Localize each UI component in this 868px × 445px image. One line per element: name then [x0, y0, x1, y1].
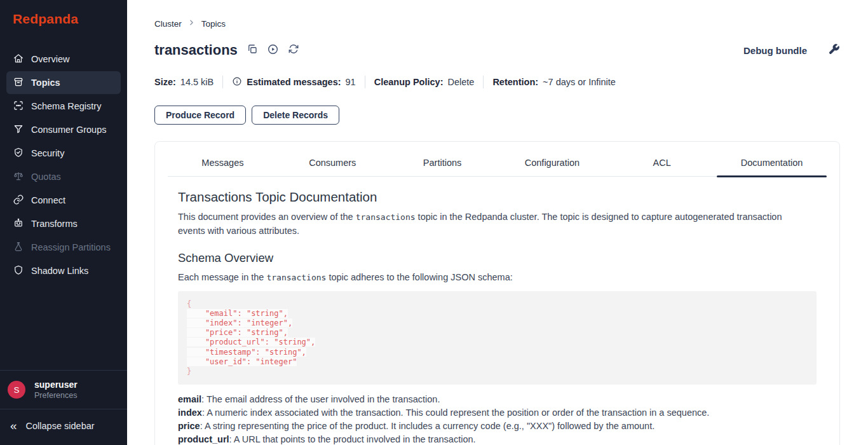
- tab-bar: Messages Consumers Partitions Configurat…: [168, 142, 827, 177]
- topic-detail-card: Messages Consumers Partitions Configurat…: [154, 141, 840, 445]
- sidebar-item-connect[interactable]: Connect: [6, 189, 121, 212]
- sidebar-item-label: Overview: [31, 54, 69, 64]
- collapse-sidebar-label: Collapse sidebar: [26, 421, 95, 431]
- funnel-icon: [13, 123, 24, 137]
- stat-cleanup-policy: Cleanup Policy: Delete: [374, 77, 475, 87]
- schema-intro: Each message in the transactions topic a…: [178, 271, 810, 285]
- collapse-sidebar-button[interactable]: « Collapse sidebar: [0, 409, 127, 445]
- sidebar-item-transforms[interactable]: Transforms: [6, 212, 121, 235]
- refresh-icon[interactable]: [288, 43, 299, 57]
- tab-consumers[interactable]: Consumers: [278, 151, 388, 176]
- field-price: price: A string representing the price o…: [178, 420, 817, 433]
- sidebar-nav: Overview Topics Schema Registry Consumer…: [0, 47, 127, 370]
- sidebar-item-label: Quotas: [31, 172, 61, 182]
- scale-icon: [13, 170, 24, 184]
- wrench-icon[interactable]: [807, 43, 840, 58]
- shield-check-icon: [13, 147, 24, 160]
- field-descriptions: email: The email address of the user inv…: [178, 393, 817, 445]
- sidebar-item-label: Transforms: [31, 219, 78, 229]
- play-circle-icon[interactable]: [267, 43, 279, 58]
- sidebar-item-schema-registry[interactable]: Schema Registry: [6, 95, 121, 118]
- breadcrumb-cluster[interactable]: Cluster: [154, 19, 182, 29]
- divider: [365, 76, 365, 88]
- divider: [222, 76, 223, 88]
- title-bar: transactions Debug bundle: [154, 42, 840, 58]
- page-title: transactions: [154, 42, 238, 58]
- delete-records-button[interactable]: Delete Records: [252, 106, 339, 125]
- inline-code: transactions: [356, 212, 416, 222]
- stat-size: Size: 14.5 kiB: [154, 77, 214, 87]
- field-index: index: A numeric index associated with t…: [178, 406, 817, 420]
- stat-retention: Retention: ~7 days or Infinite: [492, 77, 616, 87]
- sidebar-item-overview[interactable]: Overview: [6, 48, 121, 71]
- double-chevron-left-icon: «: [10, 421, 17, 430]
- tab-partitions[interactable]: Partitions: [388, 151, 498, 176]
- divider: [483, 76, 484, 88]
- copy-icon[interactable]: [247, 43, 258, 57]
- sidebar-item-security[interactable]: Security: [6, 142, 121, 165]
- inline-code: transactions: [266, 273, 326, 282]
- user-menu[interactable]: S superuser Preferences: [0, 370, 127, 409]
- info-icon[interactable]: [232, 76, 242, 88]
- doc-intro: This document provides an overview of th…: [178, 210, 810, 238]
- sidebar-item-label: Consumer Groups: [31, 125, 106, 135]
- user-name: superuser: [34, 380, 78, 390]
- debug-bundle-link[interactable]: Debug bundle: [743, 45, 807, 56]
- flask-icon: [13, 241, 24, 254]
- redpanda-logo: Redpanda: [0, 0, 127, 31]
- schema-overview-heading: Schema Overview: [178, 251, 817, 265]
- sidebar-item-label: Topics: [31, 78, 60, 88]
- stat-estimated-messages: Estimated messages: 91: [232, 76, 355, 88]
- schema-icon: [13, 100, 24, 113]
- shield-icon: [13, 264, 24, 278]
- breadcrumb: Cluster Topics: [154, 18, 226, 29]
- home-icon: [13, 53, 24, 66]
- sidebar-item-consumer-groups[interactable]: Consumer Groups: [6, 118, 121, 141]
- chevron-right-icon: [187, 18, 196, 29]
- avatar: S: [8, 381, 25, 399]
- robot-icon: [13, 217, 24, 231]
- sidebar-item-quotas[interactable]: Quotas: [6, 165, 121, 188]
- action-buttons: Produce Record Delete Records: [154, 106, 339, 125]
- field-email: email: The email address of the user inv…: [178, 393, 817, 406]
- sidebar-item-label: Schema Registry: [31, 101, 101, 111]
- tab-configuration[interactable]: Configuration: [497, 151, 607, 176]
- sidebar-item-shadow-links[interactable]: Shadow Links: [6, 259, 121, 282]
- user-preferences-link[interactable]: Preferences: [34, 391, 78, 400]
- sidebar-item-label: Connect: [31, 195, 65, 205]
- doc-title: Transactions Topic Documentation: [178, 189, 817, 205]
- produce-record-button[interactable]: Produce Record: [154, 106, 246, 125]
- json-schema-code-block: { "email": "string", "index": "integer",…: [178, 291, 817, 385]
- sidebar-item-label: Reassign Partitions: [31, 242, 111, 252]
- sidebar-item-reassign-partitions[interactable]: Reassign Partitions: [6, 236, 121, 259]
- breadcrumb-topics[interactable]: Topics: [201, 19, 226, 29]
- topic-stats: Size: 14.5 kiB Estimated messages: 91 Cl…: [154, 76, 616, 88]
- sidebar: Redpanda Overview Topics Schema Registry…: [0, 0, 127, 445]
- sidebar-item-label: Shadow Links: [31, 266, 88, 276]
- field-product-url: product_url: A URL that points to the pr…: [178, 433, 817, 445]
- box-icon: [13, 76, 24, 90]
- sidebar-item-topics[interactable]: Topics: [6, 71, 121, 94]
- link-icon: [13, 194, 24, 207]
- sidebar-item-label: Security: [31, 148, 64, 158]
- tab-messages[interactable]: Messages: [168, 151, 278, 176]
- main-content: Cluster Topics transactions Debug bundle…: [127, 0, 868, 445]
- tab-acl[interactable]: ACL: [607, 151, 717, 176]
- documentation-panel: Transactions Topic Documentation This do…: [155, 177, 839, 445]
- tab-documentation[interactable]: Documentation: [717, 151, 827, 176]
